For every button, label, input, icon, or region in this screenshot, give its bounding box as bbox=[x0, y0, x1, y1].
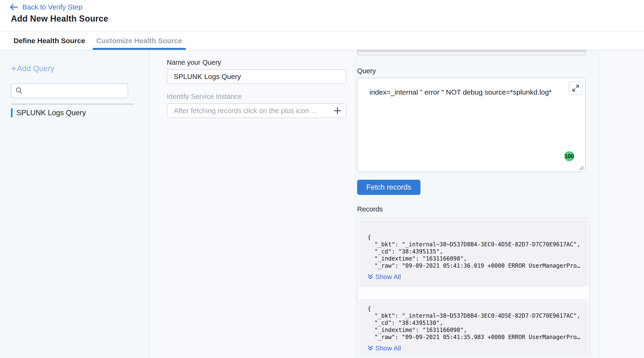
query-text[interactable]: index=_internal " error " NOT debug sour… bbox=[358, 78, 585, 97]
expand-query-button[interactable] bbox=[569, 81, 582, 95]
query-list-item-splunk-logs[interactable]: SPLUNK Logs Query bbox=[11, 108, 150, 117]
query-item-label: SPLUNK Logs Query bbox=[16, 109, 86, 117]
right-margin-strip bbox=[599, 50, 644, 358]
tab-customize-health-source[interactable]: Customize Health Source bbox=[92, 32, 186, 50]
fetch-records-button[interactable]: Fetch records bbox=[357, 180, 420, 195]
double-chevron-down-icon bbox=[368, 345, 373, 351]
query-search-input[interactable] bbox=[11, 83, 128, 98]
search-icon bbox=[15, 87, 23, 95]
records-label: Records bbox=[357, 205, 599, 213]
double-chevron-down-icon bbox=[368, 274, 373, 280]
add-query-label: Add Query bbox=[17, 64, 54, 73]
back-link-label[interactable]: Back to Verify Step bbox=[22, 3, 82, 11]
record-count-badge: 100 bbox=[564, 151, 574, 161]
identify-service-instance-label: Identify Service Instance bbox=[167, 93, 354, 100]
tab-customize-label: Customize Health Source bbox=[96, 37, 182, 45]
record-card: { "_bkt": "_internal~38~D537D8B4-3EC0-4D… bbox=[359, 220, 588, 287]
records-container: { "_bkt": "_internal~38~D537D8B4-3EC0-4D… bbox=[357, 218, 590, 356]
record-count-value: 100 bbox=[565, 153, 574, 160]
add-service-instance-plus-icon[interactable] bbox=[333, 106, 342, 115]
show-all-link[interactable]: Show All bbox=[368, 345, 401, 352]
expand-icon bbox=[572, 84, 580, 92]
query-label: Query bbox=[357, 67, 599, 75]
back-to-verify-link[interactable]: Back to Verify Step bbox=[10, 0, 644, 10]
page-header: Back to Verify Step Add New Health Sourc… bbox=[0, 0, 644, 32]
service-instance-input[interactable] bbox=[167, 103, 346, 118]
selected-indicator-bar bbox=[11, 108, 12, 117]
tab-bar: Define Health Source Customize Health So… bbox=[0, 32, 644, 50]
show-all-label: Show All bbox=[376, 273, 401, 281]
page-title: Add New Health Source bbox=[11, 14, 644, 24]
sidebar-divider bbox=[11, 104, 134, 104]
query-config-form: Name your Query Identify Service Instanc… bbox=[150, 50, 354, 358]
query-list-sidebar: + Add Query SPLUNK Logs Query bbox=[0, 50, 150, 358]
record-json-text: { "_bkt": "_internal~38~D537D8B4-3EC0-4D… bbox=[368, 234, 586, 269]
active-tab-underline bbox=[92, 48, 186, 50]
show-all-label: Show All bbox=[376, 345, 401, 352]
resize-handle-icon[interactable] bbox=[578, 165, 584, 171]
truncated-input-above[interactable] bbox=[357, 50, 586, 55]
show-all-link[interactable]: Show All bbox=[368, 273, 401, 281]
query-editor[interactable]: index=_internal " error " NOT debug sour… bbox=[357, 78, 586, 172]
add-query-button[interactable]: + Add Query bbox=[11, 64, 54, 73]
query-name-input[interactable] bbox=[167, 69, 346, 84]
content-area: + Add Query SPLUNK Logs Query Name your … bbox=[0, 50, 644, 358]
plus-icon: + bbox=[11, 65, 16, 72]
query-panel: Query index=_internal " error " NOT debu… bbox=[354, 50, 599, 358]
name-your-query-label: Name your Query bbox=[167, 58, 354, 66]
record-json-text: { "_bkt": "_internal~38~D537D8B4-3EC0-4D… bbox=[368, 305, 586, 341]
record-card: { "_bkt": "_internal~38~D537D8B4-3EC0-4D… bbox=[359, 299, 588, 356]
tab-define-health-source[interactable]: Define Health Source bbox=[14, 37, 85, 45]
back-arrow-icon[interactable] bbox=[10, 3, 18, 11]
